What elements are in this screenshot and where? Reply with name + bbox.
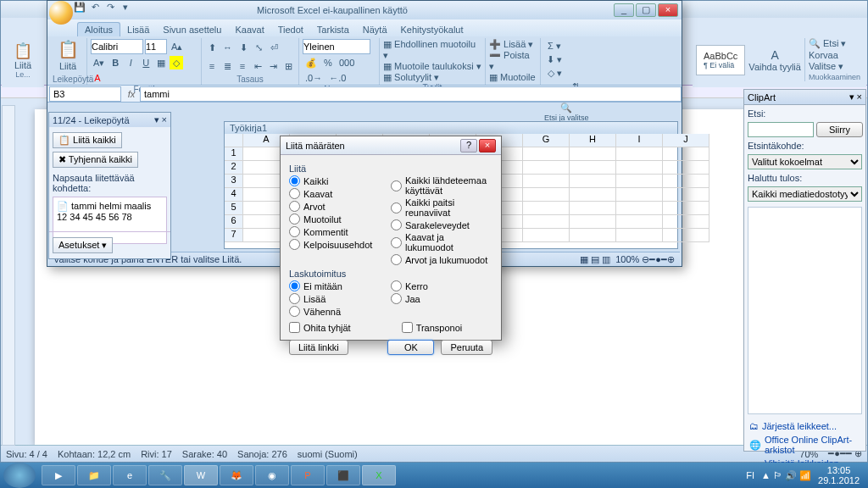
- paste-big-label[interactable]: Liitä: [59, 61, 76, 71]
- clipboard-options-button[interactable]: Asetukset ▾: [53, 237, 113, 253]
- percent-icon[interactable]: %: [321, 56, 335, 69]
- align-right-icon[interactable]: ≡: [236, 59, 249, 73]
- align-center-icon[interactable]: ≣: [220, 59, 234, 73]
- tab-lisaa[interactable]: Lisää: [120, 23, 156, 36]
- find-button[interactable]: 🔍 Etsi ▾: [809, 38, 860, 49]
- clipart-online-link[interactable]: 🌐 Office Online ClipArt-arkistot: [749, 433, 860, 457]
- taskbar-explorer[interactable]: 📁: [77, 465, 111, 485]
- taskbar-chrome[interactable]: ◉: [255, 465, 289, 485]
- font-size-select[interactable]: [145, 39, 167, 54]
- comma-icon[interactable]: 000: [337, 56, 357, 69]
- radio-lahdeteema[interactable]: Kaikki lähdeteemaa käyttävät: [391, 175, 492, 196]
- status-pos[interactable]: Kohtaan: 12,2 cm: [58, 449, 131, 459]
- dec-indent-icon[interactable]: ⇤: [251, 59, 264, 73]
- view-buttons[interactable]: ▦ ▤ ▥: [580, 254, 610, 264]
- clear-all-button[interactable]: ✖ Tyhjennä kaikki: [53, 152, 138, 168]
- tray-icons[interactable]: ▲ 🏳 🔊 📶: [761, 470, 811, 481]
- lang-indicator[interactable]: FI: [746, 470, 754, 480]
- tab-nayta[interactable]: Näytä: [356, 23, 394, 36]
- clipart-search-input[interactable]: [748, 122, 814, 137]
- underline-icon[interactable]: U: [139, 56, 153, 69]
- shrink-font-icon[interactable]: A▾: [91, 56, 107, 69]
- excel-zoom[interactable]: 100%: [615, 254, 639, 264]
- qat-save-icon[interactable]: 💾: [73, 2, 86, 15]
- radio-arvot[interactable]: Arvot: [289, 201, 391, 212]
- font-color-icon[interactable]: A: [91, 71, 104, 85]
- dialog-help-button[interactable]: ?: [460, 139, 477, 152]
- ok-button[interactable]: OK: [387, 340, 434, 355]
- tab-tarkista[interactable]: Tarkista: [310, 23, 356, 36]
- change-styles-button[interactable]: A Vaihda tyyliä: [748, 48, 801, 72]
- row-4[interactable]: 4: [225, 188, 243, 202]
- taskbar-excel[interactable]: X: [362, 465, 396, 485]
- row-3[interactable]: 3: [225, 175, 243, 188]
- row-7[interactable]: 7: [225, 229, 243, 242]
- col-G[interactable]: G: [523, 134, 570, 147]
- radio-kerro[interactable]: Kerro: [391, 280, 492, 291]
- clipboard-pane-close-icon[interactable]: ▾ ×: [154, 114, 167, 125]
- row-1[interactable]: 1: [225, 147, 243, 161]
- paste-link-button[interactable]: Liitä linkki: [289, 340, 348, 355]
- status-row[interactable]: Rivi: 17: [141, 449, 172, 459]
- grow-font-icon[interactable]: A▴: [169, 40, 185, 53]
- tab-sivun-asettelu[interactable]: Sivun asettelu: [156, 23, 228, 36]
- clipart-go-button[interactable]: Siirry: [816, 122, 863, 137]
- merge-icon[interactable]: ⊞: [281, 59, 295, 73]
- radio-kaikki[interactable]: Kaikki: [289, 175, 391, 186]
- cell-styles-button[interactable]: ▦ Solutyylit ▾: [383, 72, 439, 83]
- qat-redo-icon[interactable]: ↷: [103, 2, 117, 15]
- maximize-button[interactable]: ▢: [636, 3, 656, 17]
- insert-button[interactable]: ➕ Lisää ▾: [489, 39, 533, 50]
- taskbar-powerpoint[interactable]: P: [291, 465, 325, 485]
- taskbar-mediaplayer[interactable]: ▶: [42, 465, 75, 485]
- number-format-select[interactable]: [303, 39, 370, 54]
- replace-button[interactable]: Korvaa: [809, 50, 860, 60]
- inc-decimal-icon[interactable]: .0→: [303, 71, 325, 85]
- delete-button[interactable]: ➖ Poista ▾: [489, 50, 537, 72]
- align-left-icon[interactable]: ≡: [205, 59, 219, 73]
- status-col[interactable]: Sarake: 40: [182, 449, 227, 459]
- select-all-corner[interactable]: [225, 134, 243, 147]
- taskbar-app2[interactable]: ⬛: [326, 465, 360, 485]
- border-icon[interactable]: ▦: [154, 56, 168, 69]
- fill-color-icon[interactable]: ◇: [170, 56, 183, 69]
- tab-kaavat[interactable]: Kaavat: [228, 23, 270, 36]
- radio-vahenna[interactable]: Vähennä: [289, 306, 391, 317]
- col-H[interactable]: H: [570, 134, 616, 147]
- tab-kehitystyokalut[interactable]: Kehitystyökalut: [394, 23, 470, 36]
- align-top-icon[interactable]: ⬆: [205, 41, 219, 54]
- taskbar-firefox[interactable]: 🦊: [220, 465, 253, 485]
- fx-icon[interactable]: fx: [123, 89, 140, 99]
- cond-format-button[interactable]: ▦ Ehdollinen muotoilu ▾: [383, 39, 481, 61]
- radio-kaavat[interactable]: Kaavat: [289, 188, 391, 199]
- style-preview[interactable]: AaBbCc ¶ Ei väliä: [696, 45, 745, 75]
- chk-ohita-tyhjat[interactable]: Ohita tyhjät: [289, 322, 351, 333]
- orientation-icon[interactable]: ⤡: [252, 41, 265, 54]
- row-2[interactable]: 2: [225, 161, 243, 175]
- office-button[interactable]: [49, 1, 73, 25]
- paste-big-icon[interactable]: 📋: [58, 39, 79, 59]
- radio-muotoilut[interactable]: Muotoilut: [289, 214, 391, 225]
- dialog-close-button[interactable]: ×: [479, 139, 496, 152]
- select-button[interactable]: Valitse ▾: [809, 61, 860, 72]
- clock[interactable]: 13:05 29.1.2012: [818, 465, 860, 485]
- col-J[interactable]: J: [663, 134, 709, 147]
- qat-dropdown-icon[interactable]: ▾: [119, 2, 132, 15]
- col-I[interactable]: I: [616, 134, 663, 147]
- align-middle-icon[interactable]: ↔: [220, 41, 235, 54]
- cancel-button[interactable]: Peruuta: [441, 340, 492, 355]
- clipart-type-select[interactable]: Kaikki mediatiedostotyypit: [748, 186, 862, 202]
- radio-kaavat-lukumuodot[interactable]: Kaavat ja lukumuodot: [391, 232, 492, 252]
- paste-all-button[interactable]: 📋 Liitä kaikki: [53, 132, 122, 148]
- status-page[interactable]: Sivu: 4 / 4: [6, 449, 47, 459]
- autosum-icon[interactable]: Σ ▾: [544, 39, 565, 53]
- radio-kommentit[interactable]: Kommentit: [289, 226, 391, 237]
- radio-ei-mitaan[interactable]: Ei mitään: [289, 280, 391, 291]
- align-bottom-icon[interactable]: ⬇: [236, 41, 250, 54]
- radio-jaa[interactable]: Jaa: [391, 293, 492, 304]
- taskbar-word[interactable]: W: [184, 465, 218, 485]
- format-table-button[interactable]: ▦ Muotoile taulukoksi ▾: [383, 61, 481, 72]
- radio-arvot-lukumuodot[interactable]: Arvot ja lukumuodot: [391, 254, 492, 265]
- currency-icon[interactable]: 💰: [303, 56, 320, 69]
- status-lang[interactable]: suomi (Suomi): [298, 449, 358, 459]
